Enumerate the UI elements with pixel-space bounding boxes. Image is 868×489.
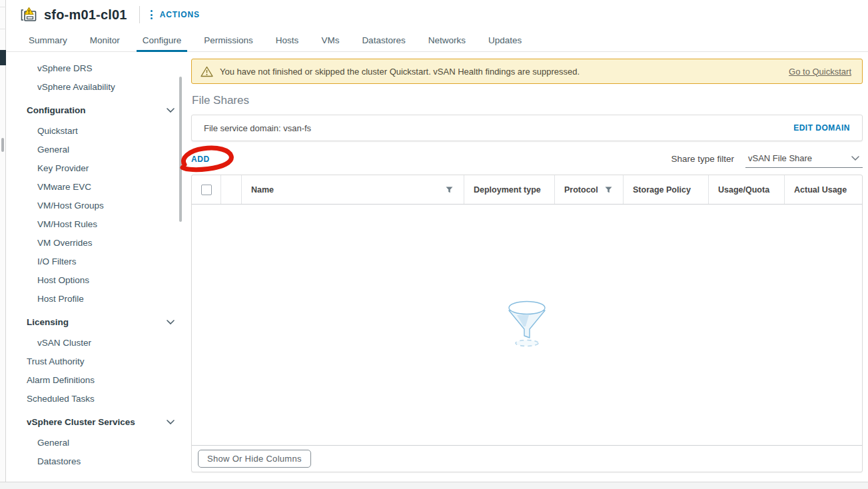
sidebar-item-label: Datastores (37, 456, 81, 466)
header-cell-actual-usage: Actual Usage (785, 175, 862, 204)
sidebar-item-label: Key Provider (37, 163, 89, 173)
cluster-warning-icon (20, 7, 38, 23)
strip-divider (0, 29, 6, 29)
chevron-down-icon (167, 108, 175, 113)
share-type-filter-label: Share type filter (671, 154, 734, 164)
sidebar-item-label: VM/Host Rules (37, 219, 97, 229)
tab-summary[interactable]: Summary (17, 29, 79, 51)
sidebar-item-configuration[interactable]: Configuration (6, 101, 183, 119)
file-shares-toolbar: ADD Share type filter vSAN File Share (191, 143, 863, 175)
sidebar-item-label: VMware EVC (37, 182, 91, 192)
configure-sidebar: vSphere DRSvSphere AvailabilityConfigura… (6, 52, 183, 489)
sidebar-item-host-profile[interactable]: Host Profile (6, 289, 183, 308)
actions-button[interactable]: ACTIONS (160, 10, 200, 19)
sidebar-item-vm-host-groups[interactable]: VM/Host Groups (6, 196, 183, 215)
vsphere-client-window: sfo-m01-cl01 ACTIONS SummaryMonitorConfi… (6, 0, 868, 489)
column-label: Deployment type (474, 185, 541, 195)
tab-bar: SummaryMonitorConfigurePermissionsHostsV… (6, 29, 868, 52)
sidebar-item-label: Trust Authority (27, 356, 85, 366)
filter-funnel-icon[interactable] (446, 187, 454, 193)
collapsed-navigator-strip[interactable] (0, 0, 6, 489)
sidebar-scrollbar-thumb[interactable] (179, 77, 182, 222)
sidebar-item-host-options[interactable]: Host Options (6, 270, 183, 289)
sidebar-item-key-provider[interactable]: Key Provider (6, 159, 183, 177)
kebab-menu-icon[interactable] (151, 10, 153, 19)
chevron-down-icon (167, 320, 175, 324)
sidebar-item-general[interactable]: General (6, 433, 183, 452)
tab-permissions[interactable]: Permissions (193, 29, 264, 51)
sidebar-item-label: General (37, 145, 69, 155)
sidebar-item-label: I/O Filters (37, 256, 77, 266)
column-label: Name (251, 185, 274, 195)
sidebar-item-vsphere-cluster-services[interactable]: vSphere Cluster Services (6, 412, 183, 431)
sidebar-item-vsan-cluster[interactable]: vSAN Cluster (6, 333, 183, 352)
header-cell-storage-policy: Storage Policy (624, 175, 709, 204)
add-button[interactable]: ADD (191, 155, 210, 164)
funnel-empty-icon (505, 299, 549, 351)
sidebar-item-label: VM Overrides (37, 238, 93, 248)
file-shares-table: NameDeployment typeProtocolStorage Polic… (191, 175, 863, 472)
sidebar-item-trust-authority[interactable]: Trust Authority (6, 352, 183, 370)
sidebar-item-vmware-evc[interactable]: VMware EVC (6, 177, 183, 196)
sidebar-item-label: vSphere DRS (37, 63, 93, 73)
tab-updates[interactable]: Updates (477, 29, 533, 51)
sidebar-item-label: Configuration (27, 105, 85, 115)
tab-configure[interactable]: Configure (131, 29, 193, 51)
edit-domain-button[interactable]: EDIT DOMAIN (793, 123, 850, 133)
file-service-domain-card: File service domain: vsan-fs EDIT DOMAIN (191, 115, 863, 141)
sidebar-item-general[interactable]: General (6, 140, 183, 159)
header-cell-deployment-type: Deployment type (464, 175, 555, 204)
sidebar-item-datastores[interactable]: Datastores (6, 452, 183, 470)
table-empty-state (192, 205, 862, 445)
header-divider (139, 6, 140, 23)
sidebar-item-label: Quickstart (37, 126, 78, 136)
banner-message: You have not finished or skipped the clu… (220, 67, 580, 77)
header-cell-name: Name (242, 175, 464, 204)
section-heading: File Shares (192, 94, 863, 107)
show-or-hide-columns-button[interactable]: Show Or Hide Columns (198, 450, 311, 468)
chevron-down-icon (167, 420, 175, 424)
domain-label: File service domain: vsan-fs (204, 123, 311, 133)
column-label: Usage/Quota (718, 185, 769, 195)
share-type-filter-select[interactable]: vSAN File Share (745, 150, 863, 168)
sidebar-item-label: vSphere Availability (37, 82, 115, 92)
table-footer: Show Or Hide Columns (192, 445, 862, 472)
sidebar-item-label: VM/Host Groups (37, 201, 104, 211)
column-label: Actual Usage (794, 185, 847, 195)
recent-tasks-panel-edge[interactable] (0, 482, 868, 489)
sidebar-item-quickstart[interactable]: Quickstart (6, 121, 183, 140)
sidebar-item-label: vSAN Cluster (37, 338, 91, 348)
file-shares-panel: You have not finished or skipped the clu… (183, 52, 868, 489)
column-label: Storage Policy (633, 185, 691, 195)
sidebar-item-label: vSphere Cluster Services (27, 417, 135, 427)
table-header-row: NameDeployment typeProtocolStorage Polic… (192, 175, 862, 205)
tab-hosts[interactable]: Hosts (264, 29, 310, 51)
navigator-scrollbar-thumb[interactable] (1, 138, 4, 152)
sidebar-item-i-o-filters[interactable]: I/O Filters (6, 252, 183, 270)
sidebar-item-label: General (37, 438, 69, 448)
sidebar-item-vsphere-availability[interactable]: vSphere Availability (6, 77, 183, 96)
sidebar-item-licensing[interactable]: Licensing (6, 312, 183, 331)
select-all-checkbox[interactable] (201, 185, 212, 195)
page-title: sfo-m01-cl01 (44, 7, 127, 23)
quickstart-warning-banner: You have not finished or skipped the clu… (191, 59, 863, 84)
sidebar-item-label: Alarm Definitions (27, 375, 95, 385)
sidebar-item-scheduled-tasks[interactable]: Scheduled Tasks (6, 389, 183, 408)
sidebar-item-vm-overrides[interactable]: VM Overrides (6, 233, 183, 252)
sidebar-nav: vSphere DRSvSphere AvailabilityConfigura… (6, 59, 183, 470)
object-header: sfo-m01-cl01 ACTIONS (6, 0, 868, 29)
filter-funnel-icon[interactable] (605, 187, 612, 193)
sidebar-item-vm-host-rules[interactable]: VM/Host Rules (6, 215, 183, 233)
sidebar-item-alarm-definitions[interactable]: Alarm Definitions (6, 370, 183, 389)
sidebar-item-label: Host Profile (37, 294, 84, 304)
tab-datastores[interactable]: Datastores (350, 29, 416, 51)
sidebar-item-vsphere-drs[interactable]: vSphere DRS (6, 59, 183, 77)
tab-monitor[interactable]: Monitor (79, 29, 131, 51)
header-cell-protocol: Protocol (555, 175, 624, 204)
go-to-quickstart-link[interactable]: Go to Quickstart (789, 67, 851, 77)
tab-vms[interactable]: VMs (310, 29, 350, 51)
header-cell-select (192, 175, 221, 204)
tab-networks[interactable]: Networks (417, 29, 477, 51)
header-cell-usage-quota: Usage/Quota (709, 175, 785, 204)
strip-divider (0, 7, 6, 7)
